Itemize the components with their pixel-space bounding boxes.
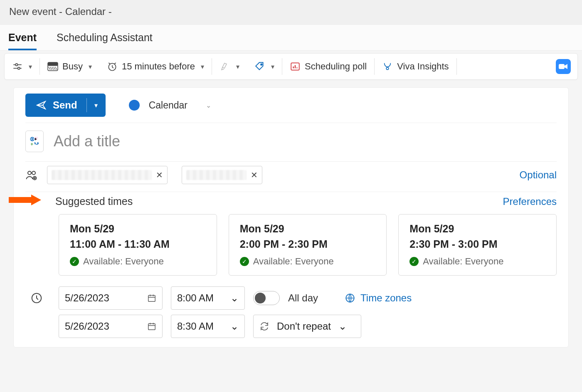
suggested-time-card[interactable]: Mon 5/29 2:00 PM - 2:30 PM ✓ Available: … [229,214,387,276]
calendar-icon [147,322,156,331]
people-icon [25,169,38,181]
viva-icon [382,61,393,72]
clock-icon [30,292,43,304]
attendees-row: ✕ ✕ Optional [14,162,568,192]
chevron-down-icon: ▾ [29,63,32,71]
send-button[interactable]: Send ▾ [25,94,106,117]
chevron-down-icon: ▾ [236,63,239,71]
end-datetime-row: 5/26/2023 8:30 AM ⌄ Don't repeat ⌄ [14,312,568,347]
viva-label: Viva Insights [397,61,449,72]
svg-point-15 [32,171,35,175]
scheduling-poll-label: Scheduling poll [305,61,367,72]
all-day-toggle[interactable] [253,291,280,305]
busy-status-button[interactable]: Busy ▾ [40,54,99,79]
remove-attendee-button[interactable]: ✕ [156,170,163,180]
suggested-times-label: Suggested times [55,195,133,207]
suggested-time: 11:00 AM - 11:30 AM [70,238,206,250]
event-form: Send ▾ Calendar ⌄ ♡ + [13,87,569,348]
svg-rect-18 [148,296,155,302]
start-time-value: 8:00 AM [177,292,214,304]
availability-text: Available: Everyone [83,256,164,267]
end-date-field[interactable]: 5/26/2023 [59,315,163,338]
format-painter-icon [219,61,230,72]
attendee-chip[interactable]: ✕ [182,166,262,184]
start-time-field[interactable]: 8:00 AM ⌄ [171,286,245,310]
chevron-down-icon: ⌄ [230,292,239,304]
suggested-time-card[interactable]: Mon 5/29 2:30 PM - 3:00 PM ✓ Available: … [398,214,557,276]
suggested-times-list: Mon 5/29 11:00 AM - 11:30 AM ✓ Available… [14,214,568,284]
send-icon [36,101,46,110]
recurrence-value: Don't repeat [277,321,331,332]
viva-insights-button[interactable]: Viva Insights [375,54,456,79]
remove-attendee-button[interactable]: ✕ [251,170,258,180]
svg-rect-20 [148,324,155,330]
send-row: Send ▾ Calendar ⌄ [14,88,568,123]
preferences-link[interactable]: Preferences [503,196,557,207]
reminder-button[interactable]: 15 minutes before ▾ [99,54,212,79]
emoji-picker-button[interactable]: ♡ + [25,131,44,152]
title-input[interactable] [54,133,557,150]
window-title-text: New event - Calendar - [9,6,112,17]
svg-text:+: + [30,141,33,147]
check-icon: ✓ [70,257,79,266]
time-zones-link[interactable]: Time zones [345,292,412,304]
categorize-button[interactable]: ▾ [247,54,282,79]
svg-point-3 [18,67,20,69]
tag-icon [254,61,265,72]
chevron-down-icon: ▾ [271,63,274,71]
poll-icon [290,61,301,72]
check-icon: ✓ [240,257,249,266]
suggested-time-card[interactable]: Mon 5/29 11:00 AM - 11:30 AM ✓ Available… [59,214,217,276]
tab-scheduling-assistant[interactable]: Scheduling Assistant [57,25,153,50]
suggested-times-header: Suggested times Preferences [14,192,568,214]
calendar-icon [147,293,156,303]
optional-attendees-link[interactable]: Optional [520,169,557,181]
toolbar: ▾ Busy ▾ 15 minutes before ▾ ▾ ▾ [4,53,578,80]
sliders-icon [12,61,23,72]
end-date-value: 5/26/2023 [65,321,109,332]
repeat-icon [259,321,269,331]
suggested-availability: ✓ Available: Everyone [240,256,376,267]
zoom-meeting-button[interactable] [556,59,571,74]
time-zones-label: Time zones [360,292,412,304]
title-row: ♡ + [14,123,568,161]
emoji-icon: ♡ + [29,136,40,147]
chevron-down-icon: ⌄ [338,321,347,332]
end-time-field[interactable]: 8:30 AM ⌄ [171,315,245,338]
attendee-redacted [52,170,152,180]
reminder-label: 15 minutes before [122,61,195,72]
globe-icon [345,293,355,303]
calendar-selector[interactable]: Calendar [149,100,187,111]
attendee-chip[interactable]: ✕ [47,166,168,184]
svg-text:♡: ♡ [35,136,38,141]
tab-event[interactable]: Event [8,25,37,50]
suggested-time: 2:00 PM - 2:30 PM [240,238,376,250]
availability-text: Available: Everyone [423,256,503,267]
all-day-label: All day [288,292,318,304]
availability-text: Available: Everyone [253,256,334,267]
suggested-time: 2:30 PM - 3:00 PM [409,238,545,250]
chevron-down-icon: ⌄ [206,101,211,109]
busy-label: Busy [62,61,83,72]
toolbar-separator [456,58,457,75]
start-datetime-row: 5/26/2023 8:00 AM ⌄ All day Time zones [14,284,568,312]
suggested-date: Mon 5/29 [240,223,376,235]
window-title: New event - Calendar - [0,0,582,25]
format-painter-button[interactable]: ▾ [212,54,247,79]
suggested-availability: ✓ Available: Everyone [409,256,545,267]
check-icon: ✓ [409,257,419,266]
toolbar-settings-button[interactable]: ▾ [5,54,39,79]
scheduling-poll-button[interactable]: Scheduling poll [282,54,374,79]
callout-arrow-icon [9,195,41,205]
calendar-color-dot [129,100,140,111]
send-label: Send [53,99,77,111]
chevron-down-icon: ▾ [94,101,98,109]
chevron-down-icon: ▾ [89,63,92,71]
start-date-value: 5/26/2023 [65,292,109,304]
recurrence-field[interactable]: Don't repeat ⌄ [253,315,361,338]
svg-point-9 [386,67,389,70]
start-date-field[interactable]: 5/26/2023 [59,286,163,310]
send-split-button[interactable]: ▾ [86,98,106,112]
chevron-down-icon: ▾ [201,63,204,71]
suggested-date: Mon 5/29 [409,223,545,235]
